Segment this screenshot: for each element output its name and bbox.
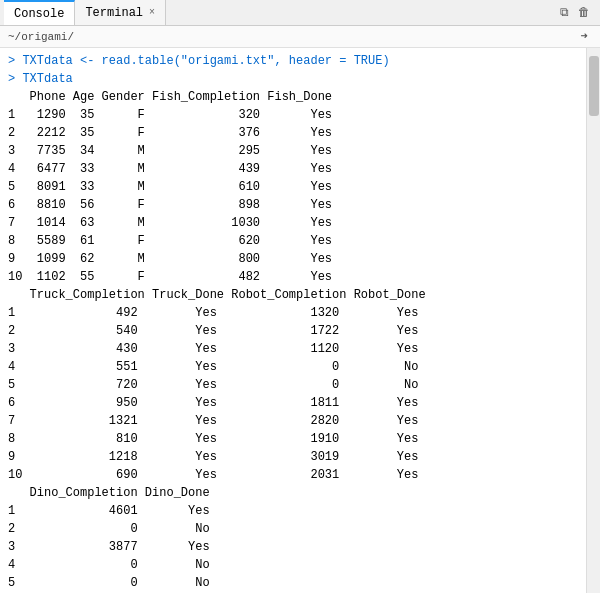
table2-row-6: 6 950 Yes 1811 Yes (0, 394, 586, 412)
scrollbar-thumb[interactable] (589, 56, 599, 116)
table2-header: Truck_Completion Truck_Done Robot_Comple… (0, 286, 586, 304)
main-content: > TXTdata <- read.table("origami.txt", h… (0, 48, 600, 593)
table2-row-10: 10 690 Yes 2031 Yes (0, 466, 586, 484)
path-text: ~/origami/ (8, 31, 74, 43)
table3-row-2: 2 0 No (0, 520, 586, 538)
command-line-1: > TXTdata <- read.table("origami.txt", h… (0, 52, 586, 70)
table1-row-9: 9 1099 62 M 800 Yes (0, 250, 586, 268)
table1-header: Phone Age Gender Fish_Completion Fish_Do… (0, 88, 586, 106)
command-line-2: > TXTdata (0, 70, 586, 88)
scrollbar[interactable] (586, 48, 600, 593)
table3-header: Dino_Completion Dino_Done (0, 484, 586, 502)
clear-icon[interactable]: 🗑 (576, 5, 592, 21)
table1-row-8: 8 5589 61 F 620 Yes (0, 232, 586, 250)
table1-row-1: 1 1290 35 F 320 Yes (0, 106, 586, 124)
table2-row-4: 4 551 Yes 0 No (0, 358, 586, 376)
table3-row-4: 4 0 No (0, 556, 586, 574)
tab-terminal-label: Terminal (85, 6, 143, 20)
table1-row-6: 6 8810 56 F 898 Yes (0, 196, 586, 214)
tab-terminal[interactable]: Terminal × (75, 0, 166, 25)
table3-row-3: 3 3877 Yes (0, 538, 586, 556)
table3-row-5: 5 0 No (0, 574, 586, 592)
table1-row-7: 7 1014 63 M 1030 Yes (0, 214, 586, 232)
table2-row-1: 1 492 Yes 1320 Yes (0, 304, 586, 322)
table3-row-1: 1 4601 Yes (0, 502, 586, 520)
table1-row-3: 3 7735 34 M 295 Yes (0, 142, 586, 160)
table1-row-5: 5 8091 33 M 610 Yes (0, 178, 586, 196)
table2-row-3: 3 430 Yes 1120 Yes (0, 340, 586, 358)
table1-row-2: 2 2212 35 F 376 Yes (0, 124, 586, 142)
tab-console-label: Console (14, 7, 64, 21)
table2-row-5: 5 720 Yes 0 No (0, 376, 586, 394)
table2-row-9: 9 1218 Yes 3019 Yes (0, 448, 586, 466)
tab-terminal-close[interactable]: × (149, 7, 155, 18)
tab-bar: Console Terminal × ⧉ 🗑 (0, 0, 600, 26)
table2-row-2: 2 540 Yes 1722 Yes (0, 322, 586, 340)
path-bar: ~/origami/ ➜ (0, 26, 600, 48)
console-area[interactable]: > TXTdata <- read.table("origami.txt", h… (0, 48, 586, 593)
maximize-icon[interactable]: ⧉ (556, 5, 572, 21)
table2-row-7: 7 1321 Yes 2820 Yes (0, 412, 586, 430)
table1-row-10: 10 1102 55 F 482 Yes (0, 268, 586, 286)
navigate-icon[interactable]: ➜ (576, 29, 592, 45)
tab-console[interactable]: Console (4, 0, 75, 25)
table1-row-4: 4 6477 33 M 439 Yes (0, 160, 586, 178)
table2-row-8: 8 810 Yes 1910 Yes (0, 430, 586, 448)
